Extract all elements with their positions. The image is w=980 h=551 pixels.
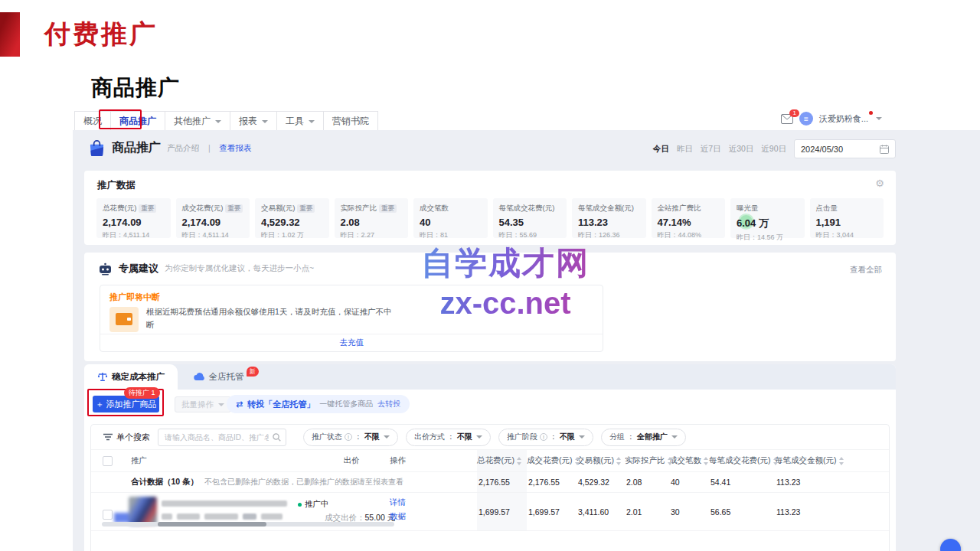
data-link[interactable]: 数据 bbox=[390, 511, 406, 522]
search-input[interactable] bbox=[158, 429, 286, 446]
message-button[interactable]: 1 bbox=[781, 114, 793, 124]
range-90d[interactable]: 近90日 bbox=[761, 144, 786, 155]
scrollbar-thumb[interactable] bbox=[158, 522, 266, 527]
col-bid: 出价 bbox=[318, 455, 385, 466]
sort-icon[interactable] bbox=[839, 457, 844, 465]
metric-card-gmv[interactable]: 交易额(元)重要 4,529.32 昨日：1.02 万 bbox=[255, 198, 329, 238]
chevron-down-icon bbox=[476, 435, 482, 439]
blurred-product-title bbox=[162, 500, 287, 507]
chevron-down-icon bbox=[309, 120, 315, 123]
select-all-checkbox[interactable] bbox=[103, 456, 113, 466]
nav-tab-group: 概况 商品推广 其他推广 报表 工具 营销书院 bbox=[74, 111, 378, 132]
page-header: 商品推广 产品介绍 ｜ 查看报表 今日 昨日 近7日 近30日 近90日 202… bbox=[84, 138, 896, 164]
suggestion-desc: 为你定制专属优化建议，每天进步一小点~ bbox=[165, 263, 314, 274]
search-icon[interactable] bbox=[273, 433, 281, 442]
summary-note: 不包含已删除推广的数据，已删除推广的数据请至报表查看 bbox=[204, 477, 403, 487]
tab-full-store[interactable]: 全店托管 新 bbox=[181, 364, 273, 390]
screenshot-root: 付费推广 商品推广 概况 商品推广 其他推广 报表 工具 营销书院 1 ≡ 沃爱… bbox=[0, 0, 980, 551]
range-7d[interactable]: 近7日 bbox=[701, 144, 721, 155]
col-amount-per-order[interactable]: 每笔成交金额(元) bbox=[775, 455, 848, 466]
blurred-text bbox=[243, 514, 256, 520]
nav-tab-product-promotion[interactable]: 商品推广 bbox=[111, 112, 165, 131]
suggestion-card-text: 根据近期花费预估通用余额仅够使用1天，请及时充值，保证推广不中断 bbox=[146, 305, 399, 332]
sort-icon[interactable] bbox=[704, 457, 709, 465]
chevron-down-icon bbox=[671, 435, 678, 439]
gear-icon[interactable]: ⚙ bbox=[875, 178, 884, 189]
col-deal-spend[interactable]: 成交花费(元) bbox=[527, 455, 577, 466]
app-background: 商品推广 产品介绍 ｜ 查看报表 今日 昨日 近7日 近30日 近90日 202… bbox=[73, 130, 980, 551]
metrics-title: 推广数据 bbox=[97, 179, 136, 192]
chevron-down-icon bbox=[579, 435, 585, 439]
recharge-button[interactable]: 去充值 bbox=[100, 334, 603, 351]
metric-card-orders[interactable]: 成交笔数 40 昨日：81 bbox=[413, 198, 488, 238]
view-all-link[interactable]: 查看全部 bbox=[850, 265, 882, 276]
info-icon bbox=[540, 433, 547, 441]
batch-actions-button[interactable]: 批量操作 bbox=[175, 396, 231, 412]
date-picker[interactable]: 2024/05/30 bbox=[794, 139, 896, 158]
sort-icon[interactable] bbox=[668, 457, 670, 465]
important-badge: 重要 bbox=[225, 204, 243, 214]
filter-bid-type[interactable]: 出价方式：不限 bbox=[406, 429, 491, 446]
divider: ｜ bbox=[205, 143, 213, 154]
product-intro-link[interactable]: 产品介绍 bbox=[167, 143, 199, 154]
metric-card-impressions[interactable]: 曝光量 6.04 万 昨日：14.56 万 bbox=[730, 198, 805, 238]
filter-promo-status[interactable]: 推广状态：不限 bbox=[303, 429, 398, 446]
sort-icon[interactable] bbox=[773, 457, 776, 465]
nav-right-group: 1 ≡ 沃爱奶粉食... bbox=[781, 112, 882, 126]
suggestion-card: 推广即将中断 根据近期花费预估通用余额仅够使用1天，请及时充值，保证推广不中断 … bbox=[100, 285, 603, 352]
chevron-down-icon bbox=[218, 403, 224, 406]
view-report-link[interactable]: 查看报表 bbox=[219, 143, 251, 154]
account-name[interactable]: 沃爱奶粉食... bbox=[819, 113, 868, 125]
range-today[interactable]: 今日 bbox=[653, 144, 669, 155]
metric-card-cost-per-order[interactable]: 每笔成交花费(元) 54.35 昨日：55.69 bbox=[493, 198, 567, 238]
horizontal-scrollbar[interactable] bbox=[102, 522, 394, 527]
slide-subtitle: 商品推广 bbox=[91, 73, 180, 103]
detail-link[interactable]: 详情 bbox=[390, 497, 406, 508]
range-yesterday[interactable]: 昨日 bbox=[677, 144, 693, 155]
sort-icon[interactable] bbox=[575, 457, 577, 465]
tab-stable-cost[interactable]: 稳定成本推广 bbox=[84, 364, 178, 390]
metric-card-sitewide-ratio[interactable]: 全站推广费比 47.14% 昨日：44.08% bbox=[652, 198, 726, 238]
metric-card-deal-spend[interactable]: 成交花费(元)重要 2,174.09 昨日：4,511.14 bbox=[176, 198, 250, 238]
avatar[interactable]: ≡ bbox=[799, 112, 813, 126]
metric-card-clicks[interactable]: 点击量 1,191 昨日：3,044 bbox=[810, 198, 884, 238]
metric-card-amount-per-order[interactable]: 每笔成交金额(元) 113.23 昨日：126.36 bbox=[572, 198, 646, 238]
chevron-down-icon bbox=[384, 435, 390, 439]
row-checkbox[interactable] bbox=[103, 510, 113, 520]
nav-tab-academy[interactable]: 营销书院 bbox=[324, 112, 377, 131]
robot-icon bbox=[98, 262, 113, 276]
chevron-down-icon[interactable] bbox=[876, 117, 882, 120]
table-row[interactable]: 1,699.57 1,699.57 3,411.60 2.01 30 56.65… bbox=[91, 493, 889, 531]
calendar-icon bbox=[880, 145, 889, 154]
col-cost-per-order[interactable]: 每笔成交花费(元) bbox=[709, 455, 775, 466]
blurred-text bbox=[261, 514, 283, 520]
balance-scale-icon bbox=[97, 372, 108, 382]
metric-cards: 总花费(元)重要 2,174.09 昨日：4,511.14 成交花费(元)重要 … bbox=[96, 198, 884, 238]
go-transfer-link[interactable]: 去转投 bbox=[377, 399, 400, 409]
floating-action-button[interactable] bbox=[940, 539, 961, 551]
nav-tab-other-promotion[interactable]: 其他推广 bbox=[165, 112, 230, 131]
metric-card-total-spend[interactable]: 总花费(元)重要 2,174.09 昨日：4,511.14 bbox=[96, 198, 171, 238]
col-orders[interactable]: 成交笔数 bbox=[669, 455, 709, 466]
blurred-text bbox=[204, 514, 238, 520]
sort-icon[interactable] bbox=[616, 457, 622, 465]
filter-row: 单个搜索 推广状态：不限 出价方式：不限 推广阶段：不限 分组：全部推广 bbox=[91, 425, 889, 450]
filter-promo-stage[interactable]: 推广阶段：不限 bbox=[498, 429, 593, 446]
table-panel: 单个搜索 推广状态：不限 出价方式：不限 推广阶段：不限 分组：全部推广 bbox=[90, 424, 890, 551]
transfer-desc: 一键托管多商品 bbox=[319, 399, 373, 409]
nav-tab-tools[interactable]: 工具 bbox=[277, 112, 324, 131]
blurred-text bbox=[162, 514, 172, 520]
metric-card-roi[interactable]: 实际投产比重要 2.08 昨日：2.27 bbox=[335, 198, 409, 238]
col-total-spend[interactable]: 总花费(元) bbox=[477, 450, 527, 471]
col-gmv[interactable]: 交易额(元) bbox=[577, 455, 625, 466]
suggestion-card-title: 推广即将中断 bbox=[109, 292, 160, 303]
filter-icon bbox=[103, 433, 113, 441]
nav-tab-overview[interactable]: 概况 bbox=[75, 112, 111, 131]
col-roi[interactable]: 实际投产比 bbox=[625, 455, 669, 466]
range-30d[interactable]: 近30日 bbox=[729, 144, 754, 155]
single-search-label: 单个搜索 bbox=[103, 432, 150, 443]
transfer-banner: ⇄ 转投「全店托管」 一键托管多商品 去转投 bbox=[227, 395, 410, 413]
filter-group[interactable]: 分组：全部推广 bbox=[601, 429, 686, 446]
sort-icon[interactable] bbox=[517, 457, 522, 465]
nav-tab-reports[interactable]: 报表 bbox=[230, 112, 277, 131]
